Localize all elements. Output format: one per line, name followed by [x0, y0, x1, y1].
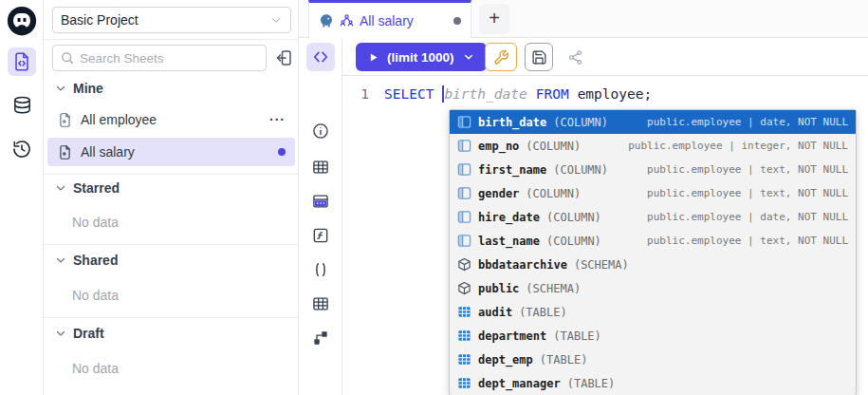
- suggest-row[interactable]: dept_manager(TABLE): [450, 371, 856, 395]
- column-icon: [457, 162, 471, 177]
- section-shared[interactable]: Shared: [55, 253, 118, 268]
- suggest-row[interactable]: hire_date(COLUMN)public.employee | date,…: [450, 205, 856, 229]
- suggest-kind: (COLUMN): [526, 187, 581, 200]
- history-nav-button[interactable]: [8, 135, 36, 163]
- unsaved-indicator-dot: [453, 17, 461, 25]
- editor-tool-column: [299, 38, 342, 395]
- suggest-name: public: [478, 282, 519, 295]
- column-icon: [457, 234, 471, 248]
- section-label: Draft: [73, 326, 104, 341]
- bytebase-logo-icon[interactable]: [7, 6, 37, 36]
- suggest-kind: (COLUMN): [546, 211, 601, 224]
- suggest-detail: public.employee | text, NOT NULL: [647, 187, 848, 199]
- suggest-name: dept_emp: [478, 353, 533, 367]
- sheet-item-all-employee[interactable]: All employee ···: [47, 105, 295, 134]
- new-tab-button[interactable]: +: [479, 4, 509, 34]
- run-button-label: (limit 1000): [387, 50, 454, 65]
- section-starred[interactable]: Starred: [55, 180, 120, 196]
- chevron-down-icon: [55, 182, 66, 194]
- section-label: Mine: [73, 81, 103, 96]
- more-icon[interactable]: ···: [269, 112, 286, 127]
- suggest-row[interactable]: last_name(COLUMN)public.employee | text,…: [450, 229, 856, 253]
- schema-diagram-button[interactable]: [306, 324, 335, 352]
- suggest-kind: (SCHEMA): [526, 282, 581, 295]
- column-icon: [457, 115, 471, 129]
- info-icon: [311, 122, 330, 141]
- save-icon: [531, 49, 547, 66]
- autocomplete-dropdown: birth_date(COLUMN)public.employee | date…: [449, 109, 857, 395]
- table-icon: [457, 305, 471, 319]
- import-icon: [274, 48, 293, 67]
- import-sheet-button[interactable]: [274, 48, 293, 67]
- divider: [44, 317, 299, 318]
- suggest-row[interactable]: gender(COLUMN)public.employee | text, NO…: [450, 181, 856, 205]
- suggest-row[interactable]: emp_no(COLUMN)public.employee | integer,…: [450, 134, 856, 158]
- worksheet-nav-button[interactable]: [8, 47, 36, 76]
- sheet-name: All employee: [81, 112, 262, 127]
- brackets-button[interactable]: [306, 255, 335, 284]
- tab-title: All salary: [360, 13, 448, 28]
- project-select[interactable]: Basic Project: [52, 7, 291, 33]
- suggest-row[interactable]: bbdataarchive(SCHEMA): [450, 253, 856, 276]
- suggest-row[interactable]: first_name(COLUMN)public.employee | text…: [450, 158, 856, 181]
- section-mine[interactable]: Mine: [55, 81, 103, 96]
- history-icon: [11, 139, 32, 160]
- suggest-kind: (COLUMN): [526, 140, 581, 153]
- suggest-row[interactable]: audit(TABLE): [450, 300, 856, 324]
- table-icon: [457, 329, 471, 343]
- table-data-button[interactable]: [306, 187, 335, 216]
- table-list-button[interactable]: [306, 290, 335, 318]
- table-data-icon: [311, 192, 330, 211]
- functions-button[interactable]: [306, 221, 335, 250]
- suggest-row[interactable]: birth_date(COLUMN)public.employee | date…: [450, 110, 856, 134]
- file-code-icon: [11, 51, 32, 72]
- suggest-kind: (SCHEMA): [574, 258, 629, 272]
- function-icon: [311, 226, 330, 245]
- info-button[interactable]: [306, 117, 335, 145]
- suggest-detail: public.employee | date, NOT NULL: [647, 116, 848, 128]
- database-nav-button[interactable]: [8, 91, 36, 120]
- run-button[interactable]: (limit 1000): [356, 43, 487, 71]
- sql-code-editor[interactable]: 1 SELECTbirth_dateFROMemployee; birth_da…: [342, 76, 868, 395]
- search-input[interactable]: [52, 45, 267, 71]
- tab-all-salary[interactable]: All salary: [308, 0, 471, 38]
- divider: [44, 39, 299, 40]
- suggest-row[interactable]: public(SCHEMA): [450, 276, 856, 300]
- chevron-down-icon: [55, 254, 66, 266]
- suggest-kind: (COLUMN): [546, 235, 601, 248]
- sheet-search: [52, 45, 267, 71]
- sheet-item-all-salary[interactable]: All salary: [47, 138, 295, 166]
- suggest-row[interactable]: dept_emp(TABLE): [450, 348, 856, 371]
- table-icon: [311, 158, 330, 177]
- sql-text: employee;: [578, 85, 653, 103]
- code-icon: [311, 47, 330, 66]
- save-button[interactable]: [525, 43, 553, 71]
- schema-icon: [457, 257, 471, 272]
- suggest-kind: (TABLE): [540, 353, 588, 367]
- sheet-name: All salary: [81, 144, 270, 160]
- section-draft[interactable]: Draft: [55, 326, 104, 341]
- column-icon: [457, 139, 471, 153]
- suggest-kind: (COLUMN): [553, 163, 608, 177]
- share-button[interactable]: [561, 43, 589, 71]
- postgresql-icon: [319, 13, 334, 28]
- tab-bar: All salary +: [299, 0, 868, 38]
- chevron-down-icon: [462, 50, 475, 64]
- suggest-row[interactable]: department(TABLE): [450, 324, 856, 348]
- play-icon: [367, 51, 379, 64]
- code-view-button[interactable]: [306, 43, 335, 71]
- suggest-name: gender: [478, 187, 519, 200]
- table-icon: [311, 294, 330, 313]
- tables-button[interactable]: [306, 153, 335, 181]
- format-button[interactable]: [485, 43, 517, 71]
- share-icon: [567, 49, 583, 66]
- table-icon: [457, 352, 471, 367]
- chevron-down-icon: [55, 328, 66, 339]
- suggest-kind: (TABLE): [553, 329, 601, 343]
- suggest-name: department: [478, 329, 546, 343]
- suggest-name: birth_date: [478, 116, 546, 129]
- suggest-kind: (TABLE): [567, 377, 616, 390]
- divider: [44, 174, 299, 175]
- project-select-value: Basic Project: [61, 12, 269, 28]
- suggest-detail: public.employee | text, NOT NULL: [647, 163, 848, 176]
